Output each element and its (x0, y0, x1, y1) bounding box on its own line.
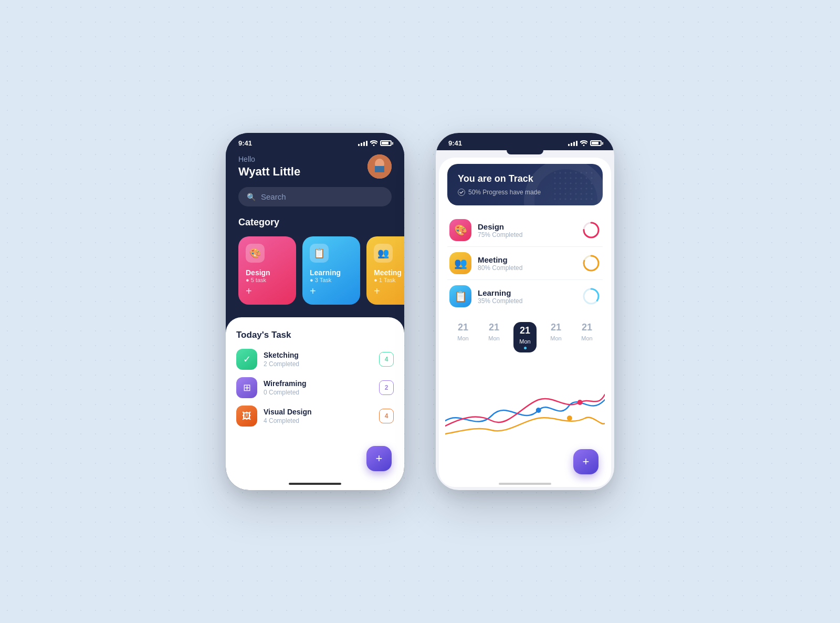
meeting-progress-name: Meeting (478, 255, 575, 264)
status-icons-1 (358, 140, 392, 146)
design-progress-icon: 🎨 (449, 219, 471, 241)
cal-day-1[interactable]: 21 Mon (452, 322, 475, 352)
learning-progress-icon: 📋 (449, 285, 471, 307)
design-progress-info: Design 75% Completed (478, 222, 575, 238)
signal-icon-2 (568, 141, 578, 146)
learning-add-icon[interactable]: + (310, 285, 353, 297)
wireframing-badge: 2 (379, 380, 394, 395)
sketching-completed: 2 Completed (264, 360, 373, 368)
meeting-progress-icon: 👥 (449, 252, 471, 274)
meeting-add-icon[interactable]: + (374, 285, 404, 297)
phone2-body: You are on Track 50% Progress have made … (439, 158, 611, 487)
progress-learning: 📋 Learning 35% Completed (447, 280, 603, 313)
search-placeholder: Search (261, 192, 286, 201)
design-progress-name: Design (478, 222, 575, 231)
cal-day-4[interactable]: 21 Mon (544, 322, 568, 352)
cal-day-5[interactable]: 21 Mon (575, 322, 598, 352)
greeting-block: Hello Wyatt Little (238, 155, 300, 179)
design-card-name: Design (246, 268, 289, 277)
wifi-icon (370, 140, 377, 146)
progress-list: 🎨 Design 75% Completed 👥 (447, 212, 603, 315)
phones-container: 9:41 Hello Wyatt Little (226, 133, 614, 490)
sketching-info: Sketching 2 Completed (264, 351, 373, 368)
learning-progress-info: Learning 35% Completed (478, 288, 575, 305)
phone-1-header: Hello Wyatt Little (226, 150, 404, 317)
category-title: Category (238, 217, 392, 228)
meeting-progress-info: Meeting 80% Completed (478, 255, 575, 272)
top-notch (507, 150, 543, 154)
user-name: Wyatt Little (238, 165, 300, 179)
category-card-meeting[interactable]: 👥 Meeting ● 1 Task + (366, 236, 404, 305)
search-icon: 🔍 (247, 193, 256, 201)
battery-icon-2 (590, 140, 602, 146)
design-add-icon[interactable]: + (246, 285, 289, 297)
design-icon: 🎨 (246, 244, 265, 263)
sketching-badge: 4 (379, 352, 394, 367)
time-1: 9:41 (238, 139, 252, 147)
time-2: 9:41 (448, 139, 462, 147)
greeting-text: Hello (238, 155, 300, 163)
svg-point-14 (536, 408, 541, 413)
design-task-count: ● 5 task (246, 277, 289, 283)
visual-design-icon: 🖼 (236, 406, 257, 427)
task-sketching[interactable]: ✓ Sketching 2 Completed 4 (236, 349, 394, 370)
wireframing-name: Wireframing (264, 379, 373, 388)
fab-add-progress[interactable]: + (573, 449, 598, 474)
wireframing-icon: ⊞ (236, 377, 257, 398)
calendar-row: 21 Mon 21 Mon 21 Mon 21 Mon 21 (447, 315, 603, 358)
category-card-learning[interactable]: 📋 Learning ● 3 Task + (302, 236, 360, 305)
progress-design: 🎨 Design 75% Completed (447, 214, 603, 247)
meeting-icon: 👥 (374, 244, 393, 263)
status-icons-2 (568, 140, 602, 146)
meeting-progress-pct: 80% Completed (478, 264, 575, 272)
wireframing-completed: 0 Completed (264, 389, 373, 396)
search-bar[interactable]: 🔍 Search (238, 187, 392, 206)
visual-design-name: Visual Design (264, 408, 373, 416)
category-card-design[interactable]: 🎨 Design ● 5 task + (238, 236, 296, 305)
status-bar-2: 9:41 (436, 133, 614, 150)
home-indicator-2 (499, 483, 551, 485)
track-card-dots (552, 170, 594, 204)
battery-icon (380, 140, 392, 146)
task-visual-design[interactable]: 🖼 Visual Design 4 Completed 4 (236, 406, 394, 427)
learning-progress-name: Learning (478, 288, 575, 297)
design-progress-pct: 75% Completed (478, 231, 575, 238)
visual-design-info: Visual Design 4 Completed (264, 408, 373, 424)
meeting-ring (582, 254, 601, 273)
phone-2: 9:41 (436, 133, 614, 490)
header-row: Hello Wyatt Little (238, 154, 392, 179)
wireframing-info: Wireframing 0 Completed (264, 379, 373, 396)
home-indicator-1 (289, 483, 341, 485)
design-ring (582, 221, 601, 240)
chart-svg (445, 358, 605, 442)
cal-day-3-active[interactable]: 21 Mon (513, 322, 537, 352)
track-card: You are on Track 50% Progress have made (447, 164, 603, 205)
todays-task-title: Today's Task (236, 330, 394, 340)
todays-task-section: Today's Task ✓ Sketching 2 Completed 4 ⊞… (226, 317, 404, 490)
svg-point-16 (567, 416, 572, 421)
chart-area (445, 358, 605, 442)
visual-design-badge: 4 (379, 409, 394, 423)
learning-card-name: Learning (310, 268, 353, 277)
learning-progress-pct: 35% Completed (478, 297, 575, 305)
wifi-icon-2 (580, 140, 587, 146)
cal-day-2[interactable]: 21 Mon (482, 322, 506, 352)
svg-point-15 (578, 400, 583, 405)
sketching-icon: ✓ (236, 349, 257, 370)
svg-rect-6 (552, 170, 594, 202)
signal-icon (358, 141, 368, 146)
meeting-card-name: Meeting (374, 268, 404, 277)
sketching-name: Sketching (264, 351, 373, 359)
visual-design-completed: 4 Completed (264, 417, 373, 424)
meeting-task-count: ● 1 Task (374, 277, 404, 283)
svg-rect-4 (375, 166, 384, 172)
learning-icon: 📋 (310, 244, 329, 263)
avatar (368, 154, 392, 179)
fab-add-task[interactable]: + (366, 446, 392, 471)
task-wireframing[interactable]: ⊞ Wireframing 0 Completed 2 (236, 377, 394, 398)
progress-meeting: 👥 Meeting 80% Completed (447, 247, 603, 280)
status-bar-1: 9:41 (226, 133, 404, 150)
category-cards: 🎨 Design ● 5 task + 📋 Learning ● 3 Task … (238, 236, 392, 307)
learning-ring (582, 287, 601, 306)
active-day-dot (524, 347, 527, 349)
